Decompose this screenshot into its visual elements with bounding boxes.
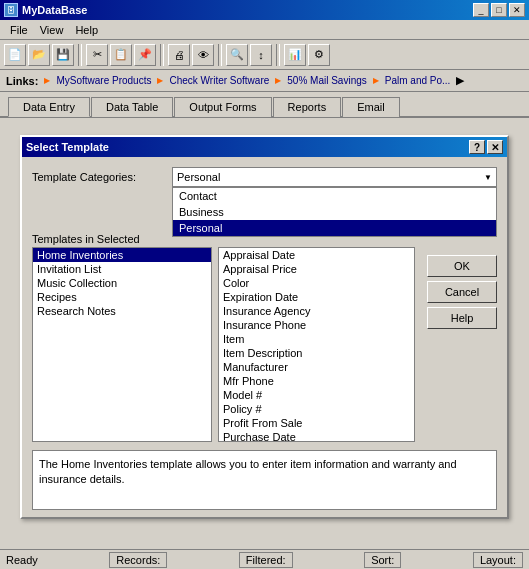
status-ready: Ready bbox=[6, 554, 38, 566]
list-item-research-notes[interactable]: Research Notes bbox=[33, 304, 211, 318]
toolbar-separator-1 bbox=[78, 44, 82, 66]
menu-view[interactable]: View bbox=[34, 22, 70, 38]
menu-help[interactable]: Help bbox=[69, 22, 104, 38]
field-item[interactable]: Item bbox=[219, 332, 414, 346]
minimize-button[interactable]: _ bbox=[473, 3, 489, 17]
save-button[interactable]: 💾 bbox=[52, 44, 74, 66]
copy-button[interactable]: 📋 bbox=[110, 44, 132, 66]
field-insurance-agency[interactable]: Insurance Agency bbox=[219, 304, 414, 318]
link-mysoftware[interactable]: MySoftware Products bbox=[56, 75, 151, 86]
list-item-recipes[interactable]: Recipes bbox=[33, 290, 211, 304]
field-mfr-phone[interactable]: Mfr Phone bbox=[219, 374, 414, 388]
field-expiration-date[interactable]: Expiration Date bbox=[219, 290, 414, 304]
toolbar: 📄 📂 💾 ✂ 📋 📌 🖨 👁 🔍 ↕ 📊 ⚙ bbox=[0, 40, 529, 70]
field-item-description[interactable]: Item Description bbox=[219, 346, 414, 360]
preview-button[interactable]: 👁 bbox=[192, 44, 214, 66]
template-categories-row: Template Categories: Personal ▼ Contact … bbox=[32, 167, 497, 187]
title-bar: 🗄 MyDataBase _ □ ✕ bbox=[0, 0, 529, 20]
status-bar: Ready Records: Filtered: Sort: Layout: bbox=[0, 549, 529, 569]
status-filtered: Filtered: bbox=[239, 552, 293, 568]
help-button[interactable]: Help bbox=[427, 307, 497, 329]
templates-list[interactable]: Home Inventories Invitation List Music C… bbox=[32, 247, 212, 442]
find-button[interactable]: 🔍 bbox=[226, 44, 248, 66]
links-bar: Links: ▶ MySoftware Products ▶ Check Wri… bbox=[0, 70, 529, 92]
description-box: The Home Inventories template allows you… bbox=[32, 450, 497, 510]
modal-close-button[interactable]: ✕ bbox=[487, 140, 503, 154]
fields-list[interactable]: Appraisal Date Appraisal Price Color Exp… bbox=[218, 247, 415, 442]
template-categories-dropdown: Personal ▼ Contact Business Personal bbox=[172, 167, 497, 187]
link-arrow-1: ▶ bbox=[44, 76, 50, 85]
window-title: MyDataBase bbox=[22, 4, 87, 16]
tab-email[interactable]: Email bbox=[342, 97, 400, 117]
dropdown-value: Personal bbox=[177, 171, 220, 183]
open-button[interactable]: 📂 bbox=[28, 44, 50, 66]
tab-data-table[interactable]: Data Table bbox=[91, 97, 173, 117]
chart-button[interactable]: 📊 bbox=[284, 44, 306, 66]
new-button[interactable]: 📄 bbox=[4, 44, 26, 66]
link-arrow-3: ▶ bbox=[275, 76, 281, 85]
dropdown-option-contact[interactable]: Contact bbox=[173, 188, 496, 204]
toolbar-separator-4 bbox=[276, 44, 280, 66]
list-item-home-inventories[interactable]: Home Inventories bbox=[33, 248, 211, 262]
close-button[interactable]: ✕ bbox=[509, 3, 525, 17]
dropdown-arrow-icon: ▼ bbox=[484, 173, 492, 182]
template-categories-label: Template Categories: bbox=[32, 171, 172, 183]
toolbar-separator-2 bbox=[160, 44, 164, 66]
toolbar-separator-3 bbox=[218, 44, 222, 66]
app-icon: 🗄 bbox=[4, 3, 18, 17]
select-template-dialog: Select Template ? ✕ Template Categories:… bbox=[20, 135, 509, 519]
print-button[interactable]: 🖨 bbox=[168, 44, 190, 66]
ok-button[interactable]: OK bbox=[427, 255, 497, 277]
link-palm[interactable]: Palm and Po... bbox=[385, 75, 451, 86]
cut-button[interactable]: ✂ bbox=[86, 44, 108, 66]
modal-action-buttons: OK Cancel Help bbox=[421, 233, 497, 442]
menu-bar: File View Help bbox=[0, 20, 529, 40]
paste-button[interactable]: 📌 bbox=[134, 44, 156, 66]
field-insurance-phone[interactable]: Insurance Phone bbox=[219, 318, 414, 332]
dropdown-options-list: Contact Business Personal bbox=[172, 187, 497, 237]
field-appraisal-price[interactable]: Appraisal Price bbox=[219, 262, 414, 276]
field-manufacturer[interactable]: Manufacturer bbox=[219, 360, 414, 374]
field-purchase-date[interactable]: Purchase Date bbox=[219, 430, 414, 442]
links-label: Links: bbox=[6, 75, 38, 87]
field-color[interactable]: Color bbox=[219, 276, 414, 290]
link-checkwriter[interactable]: Check Writer Software bbox=[169, 75, 269, 86]
list-item-invitation-list[interactable]: Invitation List bbox=[33, 262, 211, 276]
status-records: Records: bbox=[109, 552, 167, 568]
sort-button[interactable]: ↕ bbox=[250, 44, 272, 66]
field-appraisal-date[interactable]: Appraisal Date bbox=[219, 248, 414, 262]
status-layout: Layout: bbox=[473, 552, 523, 568]
link-mailsavings[interactable]: 50% Mail Savings bbox=[287, 75, 366, 86]
field-profit-from-sale[interactable]: Profit From Sale bbox=[219, 416, 414, 430]
dropdown-option-personal[interactable]: Personal bbox=[173, 220, 496, 236]
modal-title-buttons: ? ✕ bbox=[469, 140, 503, 154]
link-arrow-2: ▶ bbox=[157, 76, 163, 85]
cancel-button[interactable]: Cancel bbox=[427, 281, 497, 303]
link-arrow-4: ▶ bbox=[373, 76, 379, 85]
maximize-button[interactable]: □ bbox=[491, 3, 507, 17]
field-model[interactable]: Model # bbox=[219, 388, 414, 402]
template-categories-dropdown-btn[interactable]: Personal ▼ bbox=[172, 167, 497, 187]
extra-button[interactable]: ⚙ bbox=[308, 44, 330, 66]
status-sort: Sort: bbox=[364, 552, 401, 568]
list-item-music-collection[interactable]: Music Collection bbox=[33, 276, 211, 290]
dropdown-option-business[interactable]: Business bbox=[173, 204, 496, 220]
main-tabs: Data Entry Data Table Output Forms Repor… bbox=[0, 92, 529, 116]
modal-body: Template Categories: Personal ▼ Contact … bbox=[22, 157, 507, 520]
menu-file[interactable]: File bbox=[4, 22, 34, 38]
tab-output-forms[interactable]: Output Forms bbox=[174, 97, 271, 117]
field-policy[interactable]: Policy # bbox=[219, 402, 414, 416]
modal-title: Select Template bbox=[26, 141, 109, 153]
links-overflow: ▶ bbox=[456, 74, 464, 87]
modal-title-bar: Select Template ? ✕ bbox=[22, 137, 507, 157]
tab-reports[interactable]: Reports bbox=[273, 97, 342, 117]
tab-data-entry[interactable]: Data Entry bbox=[8, 97, 90, 117]
modal-help-button[interactable]: ? bbox=[469, 140, 485, 154]
window-controls: _ □ ✕ bbox=[473, 3, 525, 17]
